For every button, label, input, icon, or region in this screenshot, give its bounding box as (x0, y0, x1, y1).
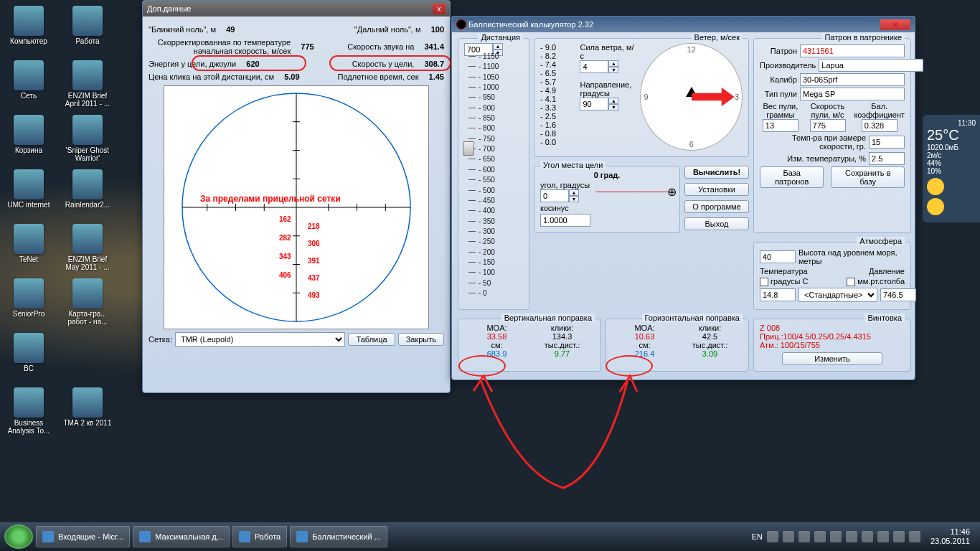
pressure-input[interactable] (880, 288, 916, 301)
tof-label: Подлетное время, сек (338, 72, 419, 81)
tray-icon[interactable] (877, 531, 889, 542)
bw-input[interactable] (763, 119, 798, 132)
caliber-input[interactable] (800, 73, 905, 86)
tdelta-input[interactable] (869, 152, 905, 165)
vert-title: Вертикальная поправка (501, 314, 595, 322)
desktop-icon[interactable]: Работа (62, 3, 113, 56)
grid-select[interactable]: TMR (Leupold) (175, 332, 346, 347)
standard-select[interactable]: <Стандартные> (798, 288, 877, 302)
taskbar-task[interactable]: Максимальная д... (133, 526, 230, 547)
horz-title: Горизонтальная поправка (642, 314, 743, 322)
app-icon (456, 19, 466, 29)
desktop-icon[interactable]: ENZIM Brief April 2011 - ... (62, 57, 113, 110)
group-wind: Ветер, м/сек - 9.0- 8.2- 7.4- 6.5- 5.7- … (534, 38, 749, 157)
angle-input[interactable] (540, 189, 569, 202)
scope-warning: За пределами прицельной сетки (200, 194, 341, 204)
taskbar-task[interactable]: Входящие - Micr... (36, 526, 130, 547)
angle-spinner[interactable]: ▲▼ (540, 189, 579, 202)
cartridge-save-button[interactable]: Сохранить в базу (831, 166, 905, 188)
desktop-icon[interactable]: Компьютер (3, 3, 55, 56)
bc-input[interactable] (862, 119, 897, 132)
tray-icon[interactable] (767, 531, 778, 542)
bv-label: Скорость пули, м/с (807, 102, 849, 119)
close-icon[interactable]: x (433, 4, 446, 14)
bv-input[interactable] (810, 119, 846, 132)
group-rifle: Винтовка Z 008 Приц.:100/4.5/0.25/0.25/4… (753, 319, 911, 372)
tray-icon[interactable] (893, 531, 905, 542)
temp-input[interactable] (760, 288, 796, 301)
group-vertical-correction: Вертикальная поправка MOA:33.58 клики:13… (458, 319, 601, 372)
desktop-icon[interactable]: Карта-гра... работ - на... (62, 276, 113, 329)
vcorr-value: 775 (301, 42, 314, 51)
desktop-icon[interactable]: Rainlendar2... (62, 166, 113, 220)
desktop-icon[interactable]: ENZIM Brief May 2011 - ... (62, 221, 113, 274)
mil-label: тыс.дист.: (529, 341, 595, 349)
desktop-icon[interactable]: Сеть (3, 57, 55, 110)
maker-input[interactable] (819, 59, 923, 72)
wind-rail[interactable]: - 9.0- 8.2- 7.4- 6.5- 5.7- 4.9- 4.1- 3.3… (540, 43, 574, 151)
taskbar-clock[interactable]: 11:46 23.05.2011 (925, 527, 976, 546)
cosine-value (540, 214, 590, 227)
bw-label: Вес пули, граммы (760, 102, 801, 119)
exit-button[interactable]: Выход (684, 217, 749, 230)
tray-icon[interactable] (909, 531, 920, 542)
group-atmosphere: Атмосфера Высота над уровнем моря, метры… (753, 242, 911, 310)
cartridge-db-button[interactable]: База патронов (760, 166, 824, 188)
tmeas-input[interactable] (869, 136, 905, 149)
h-clicks: 42.5 (677, 332, 743, 341)
wind-dir-spinner[interactable]: ▲▼ (580, 98, 618, 110)
tray-icon[interactable] (814, 531, 826, 542)
wind-force-input[interactable] (580, 60, 608, 73)
tray-icon[interactable] (830, 531, 842, 542)
titlebar-calc[interactable]: Баллистический калькулятор 2.32 ✕ (452, 17, 915, 32)
distance-rail[interactable]: - 1150- 1100- 1050- 1000- 950- 900- 850-… (464, 56, 507, 300)
altitude-input[interactable] (760, 250, 796, 263)
close-button[interactable]: Закрыть (398, 333, 444, 346)
tray-icon[interactable] (783, 531, 794, 542)
taskbar-task[interactable]: Работа (232, 526, 287, 547)
rifle-line3: Атм.: 100/15/755 (760, 341, 905, 349)
patron-input[interactable] (800, 44, 905, 57)
annotation-arrows (459, 373, 660, 502)
wind-dir-input[interactable] (580, 98, 608, 110)
window-title: Доп.данные (147, 4, 191, 13)
energy-label: Энергия у цели, джоули (149, 60, 236, 68)
taskbar-task[interactable]: Баллистический ... (290, 526, 387, 547)
desktop-icon[interactable]: UMC internet (3, 166, 55, 220)
settings-button[interactable]: Установки (684, 183, 749, 196)
titlebar-additional[interactable]: Доп.данные x (143, 1, 450, 17)
desktop-icon[interactable]: Корзина (3, 112, 55, 165)
desktop-icon[interactable]: 'Sniper Ghost Warrior' (62, 112, 113, 165)
temp-check-label: градусы С (771, 277, 808, 286)
wind-force-spinner[interactable]: ▲▼ (580, 60, 618, 73)
target-icon: ⊕ (667, 185, 677, 199)
vcorr-label: Скорректированная по температуре начальн… (149, 38, 291, 55)
v-mil: 9.77 (529, 349, 595, 358)
tray-icon[interactable] (798, 531, 810, 542)
tray-icon[interactable] (862, 531, 873, 542)
pressure-checkbox[interactable] (847, 278, 855, 286)
calculate-button[interactable]: Вычислить! (684, 166, 749, 179)
weather-gadget[interactable]: 11:30 25°C 1020.0мБ 2м/с 44% 10% (923, 115, 980, 222)
about-button[interactable]: О программе (684, 200, 749, 213)
desktop-icon[interactable]: SeniorPro (3, 276, 55, 329)
atmosphere-title: Атмосфера (857, 237, 905, 245)
window-title: Баллистический калькулятор 2.32 (468, 20, 593, 29)
temp-checkbox[interactable] (760, 278, 768, 286)
start-button[interactable] (4, 524, 33, 549)
table-button[interactable]: Таблица (348, 333, 395, 346)
change-button[interactable]: Изменить (782, 352, 882, 365)
group-horizontal-correction: Горизонтальная поправка MOA:10.63 клики:… (606, 319, 749, 372)
language-indicator[interactable]: EN (752, 532, 763, 541)
close-icon[interactable]: ✕ (880, 19, 910, 30)
moa-label: MOA: (612, 324, 677, 332)
tray-icon[interactable] (846, 531, 857, 542)
bullet-type-input[interactable] (800, 88, 905, 100)
desktop-icon[interactable]: BC (3, 330, 55, 383)
desktop-icon[interactable]: ТМА 2 кв 2011 (62, 385, 113, 438)
angle-label: угол, градусы (540, 181, 590, 189)
desktop-icon[interactable]: TeNet (3, 221, 55, 274)
desktop-icon[interactable]: Business Analysis To... (3, 385, 55, 438)
wind-compass[interactable]: 12 3 6 9 (640, 43, 743, 151)
mil-label: тыс.дист.: (677, 341, 743, 349)
